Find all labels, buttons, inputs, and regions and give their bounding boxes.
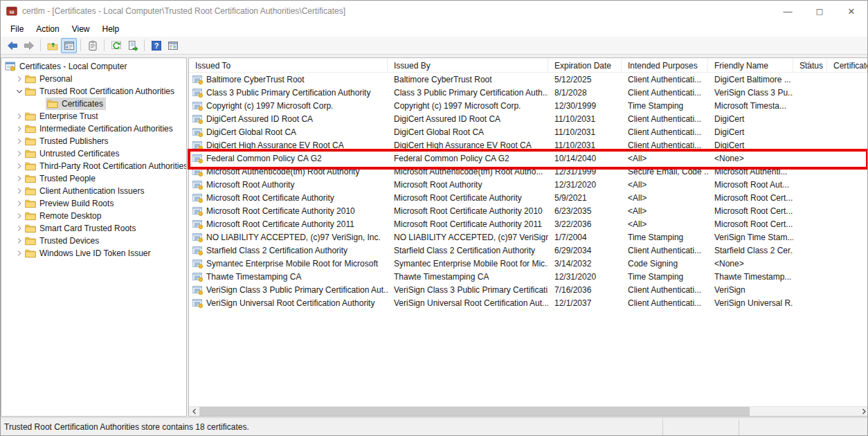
tree-item-body[interactable]: Third-Party Root Certification Authoriti… bbox=[24, 160, 187, 172]
tree-item-body[interactable]: Certificates bbox=[46, 98, 106, 110]
tree-item-body[interactable]: Trusted Root Certification Authorities bbox=[24, 85, 177, 98]
chevron-right-icon[interactable] bbox=[15, 75, 24, 84]
menu-action[interactable]: Action bbox=[30, 23, 65, 35]
tree-item-body[interactable]: Trusted Publishers bbox=[24, 135, 111, 147]
chevron-right-icon[interactable] bbox=[15, 224, 24, 233]
table-row-symantec-enterprise-mobile-root-for-micr[interactable]: Symantec Enterprise Mobile Root for Micr… bbox=[189, 257, 868, 270]
scroll-left-icon[interactable] bbox=[189, 407, 199, 416]
tree-item-body[interactable]: Enterprise Trust bbox=[24, 110, 101, 122]
chevron-right-icon[interactable] bbox=[15, 112, 24, 121]
maximize-button[interactable]: ◻ bbox=[804, 1, 835, 21]
refresh-icon[interactable] bbox=[108, 38, 124, 53]
chevron-right-icon[interactable] bbox=[15, 149, 24, 158]
sidebar-item-trusted-publishers[interactable]: Trusted Publishers bbox=[1, 135, 186, 147]
sidebar-item-trusted-devices[interactable]: Trusted Devices bbox=[1, 235, 186, 247]
table-row-microsoft-root-certificate-authority-201[interactable]: Microsoft Root Certificate Authority 201… bbox=[189, 217, 868, 230]
table-row-microsoft-authenticode-tm-root-authority[interactable]: Microsoft Authenticode(tm) Root Authorit… bbox=[189, 165, 868, 178]
table-row-verisign-class-3-public-primary-certific[interactable]: VeriSign Class 3 Public Primary Certific… bbox=[189, 283, 868, 296]
table-row-digicert-high-assurance-ev-root-ca[interactable]: DigiCert High Assurance EV Root CADigiCe… bbox=[189, 138, 868, 152]
chevron-right-icon[interactable] bbox=[15, 199, 24, 208]
scroll-right-icon[interactable] bbox=[858, 407, 868, 416]
table-row-baltimore-cybertrust-root[interactable]: Baltimore CyberTrust RootBaltimore Cyber… bbox=[189, 73, 868, 86]
certlm-app-icon bbox=[6, 6, 17, 17]
chevron-right-icon[interactable] bbox=[15, 187, 24, 196]
issued-to-text: VeriSign Class 3 Public Primary Certific… bbox=[206, 285, 388, 295]
column-header-expiration-date[interactable]: Expiration Date bbox=[548, 58, 622, 72]
chevron-down-icon[interactable] bbox=[15, 87, 24, 96]
tree-item-body[interactable]: Intermediate Certification Authorities bbox=[24, 122, 176, 135]
chevron-right-icon[interactable] bbox=[15, 212, 24, 221]
tree-item-body[interactable]: Client Authentication Issuers bbox=[24, 185, 147, 197]
chevron-right-icon[interactable] bbox=[15, 162, 24, 171]
cell-certificate-template bbox=[827, 112, 868, 125]
table-row-thawte-timestamping-ca[interactable]: Thawte Timestamping CAThawte Timestampin… bbox=[189, 270, 868, 283]
tree-item-body[interactable]: Trusted Devices bbox=[24, 235, 102, 247]
scrollbar-track[interactable] bbox=[750, 407, 858, 416]
sidebar-item-smart-card-trusted-roots[interactable]: Smart Card Trusted Roots bbox=[1, 222, 186, 235]
menu-file[interactable]: File bbox=[4, 23, 30, 35]
sidebar-item-preview-build-roots[interactable]: Preview Build Roots bbox=[1, 197, 186, 210]
show-action-pane-icon[interactable] bbox=[165, 38, 181, 53]
tree-item-body[interactable]: Untrusted Certificates bbox=[24, 147, 122, 160]
sidebar-item-client-authentication-issuers[interactable]: Client Authentication Issuers bbox=[1, 185, 186, 197]
column-header-issued-to[interactable]: Issued To bbox=[189, 58, 388, 72]
table-row-microsoft-root-authority[interactable]: Microsoft Root AuthorityMicrosoft Root A… bbox=[189, 178, 868, 191]
tree-item-body[interactable]: Windows Live ID Token Issuer bbox=[24, 247, 154, 260]
close-button[interactable]: ✕ bbox=[835, 1, 867, 21]
cell-intended-purposes: <All> bbox=[622, 178, 708, 191]
table-row-class-3-public-primary-certification-aut[interactable]: Class 3 Public Primary Certification Aut… bbox=[189, 86, 868, 99]
column-header-certificate[interactable]: Certificate bbox=[827, 58, 868, 72]
sidebar-item-enterprise-trust[interactable]: Enterprise Trust bbox=[1, 110, 186, 122]
table-row-federal-common-policy-ca-g2[interactable]: Federal Common Policy CA G2Federal Commo… bbox=[189, 152, 868, 165]
chevron-right-icon[interactable] bbox=[15, 125, 24, 134]
table-row-no-liability-accepted-c-97-verisign-inc[interactable]: NO LIABILITY ACCEPTED, (c)97 VeriSign, I… bbox=[189, 230, 868, 244]
tree-item-label: Remote Desktop bbox=[39, 211, 101, 221]
cell-issued-by: Microsoft Root Authority bbox=[388, 178, 548, 191]
sidebar-item-third-party-root-certification-authorities[interactable]: Third-Party Root Certification Authoriti… bbox=[1, 160, 186, 172]
cell-certificate-template bbox=[827, 191, 868, 204]
menu-view[interactable]: View bbox=[66, 23, 96, 35]
sidebar-item-intermediate-certification-authorities[interactable]: Intermediate Certification Authorities bbox=[1, 122, 186, 135]
sidebar-item-trusted-people[interactable]: Trusted People bbox=[1, 172, 186, 185]
table-row-microsoft-root-certificate-authority-201[interactable]: Microsoft Root Certificate Authority 201… bbox=[189, 204, 868, 217]
table-row-digicert-assured-id-root-ca[interactable]: DigiCert Assured ID Root CADigiCert Assu… bbox=[189, 112, 868, 125]
chevron-right-icon[interactable] bbox=[15, 137, 24, 146]
minimize-button[interactable]: — bbox=[772, 1, 804, 21]
chevron-right-icon[interactable] bbox=[15, 174, 24, 183]
scrollbar-thumb[interactable] bbox=[199, 407, 750, 416]
tree-item-body[interactable]: Trusted People bbox=[24, 172, 98, 185]
show-console-tree-icon[interactable] bbox=[61, 38, 77, 53]
sidebar-item-certificates[interactable]: Certificates bbox=[1, 98, 186, 110]
sidebar-item-windows-live-id-token-issuer[interactable]: Windows Live ID Token Issuer bbox=[1, 247, 186, 260]
tree-item-body[interactable]: Preview Build Roots bbox=[24, 197, 116, 210]
help-icon[interactable]: ? bbox=[148, 38, 164, 53]
export-list-icon[interactable] bbox=[125, 38, 141, 53]
sidebar-item-personal[interactable]: Personal bbox=[1, 73, 186, 85]
chevron-right-icon[interactable] bbox=[15, 237, 24, 246]
up-one-level-icon[interactable] bbox=[44, 38, 60, 53]
sidebar-item-remote-desktop[interactable]: Remote Desktop bbox=[1, 210, 186, 222]
tree-list: PersonalTrusted Root Certification Autho… bbox=[1, 73, 186, 260]
table-row-copyright-c-1997-microsoft-corp[interactable]: Copyright (c) 1997 Microsoft Corp.Copyri… bbox=[189, 99, 868, 112]
sidebar-item-trusted-root-certification-authorities[interactable]: Trusted Root Certification Authorities bbox=[1, 85, 186, 98]
table-row-starfield-class-2-certification-authorit[interactable]: Starfield Class 2 Certification Authorit… bbox=[189, 244, 868, 257]
sidebar-item-untrusted-certificates[interactable]: Untrusted Certificates bbox=[1, 147, 186, 160]
back-icon[interactable] bbox=[4, 38, 20, 53]
horizontal-scrollbar[interactable] bbox=[189, 406, 868, 416]
table-row-microsoft-root-certificate-authority[interactable]: Microsoft Root Certificate AuthorityMicr… bbox=[189, 191, 868, 204]
tree-item-body[interactable]: Personal bbox=[24, 73, 75, 85]
properties-icon[interactable] bbox=[84, 38, 100, 53]
table-row-digicert-global-root-ca[interactable]: DigiCert Global Root CADigiCert Global R… bbox=[189, 125, 868, 138]
column-header-issued-by[interactable]: Issued By bbox=[388, 58, 548, 72]
certificate-icon bbox=[192, 153, 204, 164]
column-header-friendly-name[interactable]: Friendly Name bbox=[708, 58, 793, 72]
chevron-right-icon[interactable] bbox=[15, 249, 24, 258]
menu-help[interactable]: Help bbox=[96, 23, 126, 35]
cell-expiration-date: 12/1/2037 bbox=[548, 296, 622, 309]
tree-root[interactable]: Certificates - Local Computer bbox=[1, 60, 186, 73]
tree-item-body[interactable]: Remote Desktop bbox=[24, 210, 104, 222]
table-row-verisign-universal-root-certification-au[interactable]: VeriSign Universal Root Certification Au… bbox=[189, 296, 868, 309]
tree-item-body[interactable]: Smart Card Trusted Roots bbox=[24, 222, 138, 235]
column-header-intended-purposes[interactable]: Intended Purposes bbox=[622, 58, 708, 72]
forward-icon[interactable] bbox=[21, 38, 37, 53]
